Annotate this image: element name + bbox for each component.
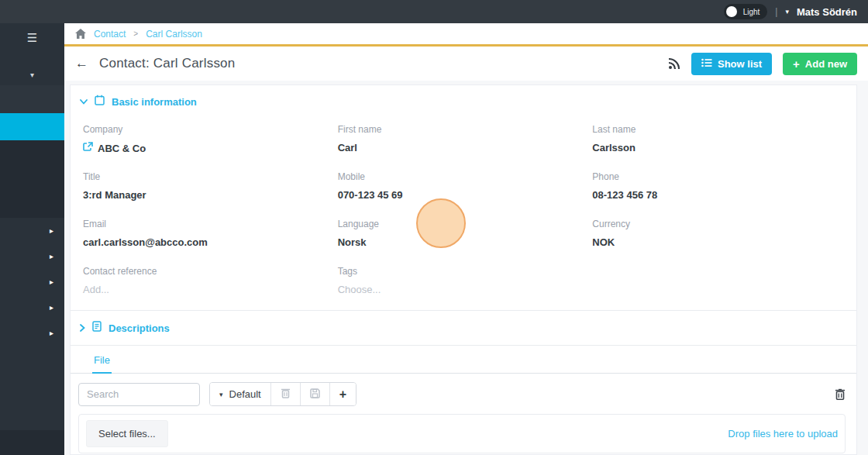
chevron-right-icon: ▸ [50, 226, 53, 235]
first-name-value: Carl [338, 142, 593, 153]
tags-input[interactable]: Choose... [338, 284, 593, 295]
document-icon [92, 321, 102, 335]
language-value: Norsk [338, 236, 593, 248]
chevron-right-icon: ▸ [50, 329, 53, 337]
field-label: Tags [338, 266, 593, 277]
search-input[interactable] [78, 383, 200, 406]
save-icon [310, 388, 320, 401]
view-dropdown-value: Default [229, 388, 261, 400]
caret-down-icon: ▾ [219, 391, 223, 398]
sidebar: ☰ ▾ ▸ ▸ ▸ ▸ ▸ [0, 23, 64, 455]
breadcrumb-link-contact[interactable]: Contact [94, 29, 126, 40]
save-view-button[interactable] [301, 383, 330, 405]
title-value: 3:rd Manager [83, 189, 338, 201]
field-last-name: Last name Carlsson [592, 116, 847, 164]
field-mobile: Mobile 070-123 45 69 [338, 164, 593, 211]
field-first-name: First name Carl [338, 116, 593, 164]
field-label: Email [83, 219, 338, 229]
sidebar-item-expandable-4[interactable]: ▸ [0, 295, 64, 320]
field-label: First name [338, 124, 593, 135]
user-menu-caret-icon[interactable]: ▾ [785, 8, 789, 16]
field-label: Phone [592, 171, 847, 182]
file-toolbar: ▾ Default [71, 374, 856, 414]
sidebar-item[interactable] [0, 85, 64, 113]
phone-value: 08-123 456 78 [592, 189, 847, 201]
breadcrumb-separator: > [133, 29, 138, 38]
section-title-basic-information: Basic information [112, 96, 197, 108]
company-link[interactable]: ABC & Co [83, 142, 338, 154]
theme-toggle-label: Light [743, 8, 760, 16]
currency-value: NOK [592, 236, 847, 248]
sidebar-item-expandable-3[interactable]: ▸ [0, 269, 64, 295]
descriptions-section-header[interactable]: Descriptions [71, 311, 856, 345]
field-tags: Tags Choose... [338, 258, 593, 305]
page-header: ← Contact: Carl Carlsson Show list + Add… [64, 47, 868, 81]
field-label: Company [83, 124, 338, 135]
user-name[interactable]: Mats Södrén [797, 6, 857, 18]
chevron-right-icon: ▸ [50, 303, 53, 312]
chevron-right-icon [80, 324, 85, 332]
sidebar-item-active[interactable] [0, 113, 64, 140]
topbar-divider: | [775, 6, 777, 17]
basic-information-section-header[interactable]: Basic information [71, 85, 856, 110]
sidebar-section[interactable] [0, 140, 64, 218]
back-button[interactable]: ← [75, 56, 88, 71]
drop-files-hint: Drop files here to upload [728, 428, 838, 439]
chevron-down-icon [80, 99, 88, 105]
home-icon[interactable] [75, 29, 86, 39]
trash-icon [281, 388, 291, 401]
sidebar-footer [0, 430, 64, 455]
show-list-button[interactable]: Show list [691, 53, 772, 75]
field-label: Title [83, 171, 338, 182]
section-title-descriptions: Descriptions [108, 322, 170, 334]
file-upload-dropzone[interactable]: Select files... Drop files here to uploa… [78, 414, 846, 453]
last-name-value: Carlsson [592, 142, 847, 153]
delete-files-icon[interactable] [835, 388, 846, 400]
sidebar-item-expandable-1[interactable]: ▸ [0, 218, 64, 243]
plus-icon: + [793, 57, 800, 71]
field-email: Email carl.carlsson@abcco.com [83, 211, 338, 258]
add-new-button[interactable]: + Add new [783, 53, 857, 75]
chevron-right-icon: ▸ [50, 252, 53, 260]
page-title: Contact: Carl Carlsson [99, 56, 235, 71]
breadcrumb: Contact > Carl Carlsson [64, 23, 868, 47]
sidebar-item-expandable-2[interactable]: ▸ [0, 243, 64, 269]
breadcrumb-current: Carl Carlsson [146, 29, 202, 40]
field-company: Company ABC & Co [83, 116, 338, 164]
company-value: ABC & Co [98, 143, 146, 154]
field-title: Title 3:rd Manager [83, 164, 338, 211]
chevron-right-icon: ▸ [50, 277, 53, 286]
view-button-group: ▾ Default [209, 382, 356, 406]
external-link-icon [83, 142, 93, 154]
add-new-label: Add new [805, 58, 847, 70]
select-files-button[interactable]: Select files... [86, 420, 168, 447]
basic-information-fields: Company ABC & Co First name Carl [71, 110, 856, 305]
field-label: Last name [592, 124, 847, 135]
calendar-icon [95, 95, 105, 109]
drag-avatar-circle[interactable] [416, 198, 466, 248]
field-contact-reference: Contact reference Add... [83, 258, 338, 305]
contact-reference-input[interactable]: Add... [83, 284, 338, 295]
sidebar-caret-icon[interactable]: ▾ [0, 71, 64, 79]
rss-feed-icon[interactable] [668, 57, 680, 70]
content-area: Basic information Company ABC & Co Fi [64, 81, 868, 455]
delete-view-button[interactable] [271, 383, 301, 405]
sidebar-item-expandable-5[interactable]: ▸ [0, 320, 64, 346]
show-list-label: Show list [718, 58, 762, 70]
theme-toggle[interactable]: Light [724, 4, 768, 19]
add-view-button[interactable]: + [330, 383, 356, 405]
field-currency: Currency NOK [592, 211, 847, 258]
mobile-value: 070-123 45 69 [338, 189, 593, 201]
contact-card: Basic information Company ABC & Co Fi [70, 84, 857, 455]
view-dropdown[interactable]: ▾ Default [210, 383, 271, 405]
tab-file[interactable]: File [92, 346, 112, 374]
hamburger-menu-icon[interactable]: ☰ [0, 31, 64, 45]
email-value: carl.carlsson@abcco.com [83, 236, 338, 248]
theme-toggle-knob [726, 6, 737, 17]
list-icon [701, 58, 712, 70]
field-phone: Phone 08-123 456 78 [592, 164, 847, 211]
field-label: Currency [592, 219, 847, 229]
field-label: Contact reference [83, 266, 338, 277]
tab-bar: File [71, 345, 856, 374]
field-label: Mobile [338, 171, 593, 182]
